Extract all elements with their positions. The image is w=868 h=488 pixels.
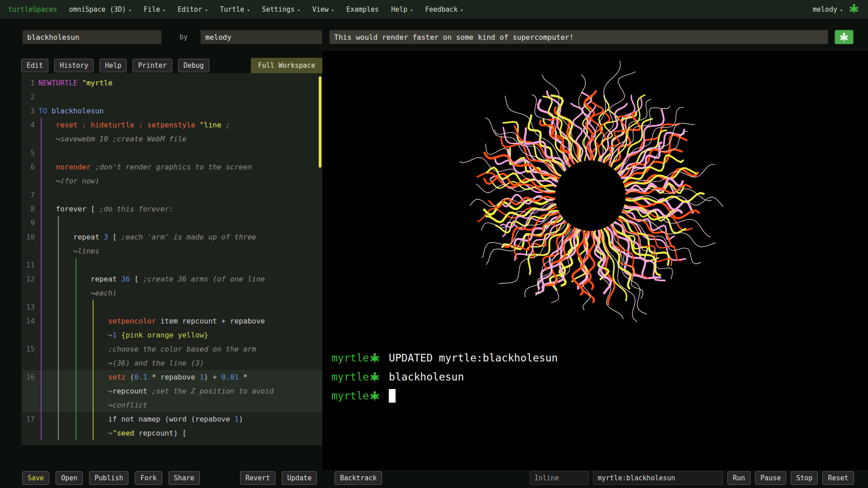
reset-button[interactable]: Reset bbox=[822, 471, 854, 485]
run-target-input[interactable] bbox=[593, 471, 723, 485]
publish-button[interactable]: Publish bbox=[89, 471, 128, 485]
code-line[interactable]: 14 setpencolor item repcount + repabove bbox=[22, 314, 322, 328]
code-line[interactable]: ↪each) bbox=[22, 286, 322, 300]
editor-scrollbar[interactable] bbox=[319, 76, 321, 168]
code-line[interactable]: 1NEWTURTLE "myrtle bbox=[22, 76, 322, 90]
menu-editor[interactable]: Editor▾ bbox=[178, 5, 208, 14]
code-text: norender ;don't render graphics to the s… bbox=[38, 160, 252, 174]
terminal-prompt: myrtle bbox=[331, 390, 369, 402]
terminal-line: myrtleblackholesun bbox=[331, 367, 558, 386]
code-text: repeat 3 [ ;each 'arm' is made up of thr… bbox=[38, 230, 256, 244]
graphics-canvas[interactable]: myrtleUPDATED myrtle:blackholesunmyrtleb… bbox=[322, 51, 868, 470]
share-button[interactable]: Share bbox=[169, 471, 200, 485]
tab-history[interactable]: History bbox=[54, 59, 94, 72]
code-line[interactable]: 4 reset : hideturtle : setpenstyle "line… bbox=[22, 118, 322, 132]
terminal[interactable]: myrtleUPDATED myrtle:blackholesunmyrtleb… bbox=[331, 348, 558, 405]
code-line[interactable]: 15 ;choose the color based on the arm bbox=[22, 342, 322, 356]
chevron-down-icon: ▾ bbox=[247, 8, 250, 13]
tab-debug[interactable]: Debug bbox=[178, 59, 209, 72]
terminal-message: UPDATED myrtle:blackholesun bbox=[389, 352, 558, 364]
by-label: by bbox=[179, 33, 188, 41]
tab-full-workspace[interactable]: Full Workspace bbox=[251, 58, 322, 73]
line-number: 16 bbox=[22, 370, 35, 384]
menu-settings[interactable]: Settings▾ bbox=[262, 5, 300, 14]
line-number bbox=[22, 244, 35, 258]
code-line[interactable]: 12 repeat 36 [ ;create 36 arms (of one l… bbox=[22, 272, 322, 286]
tab-printer[interactable]: Printer bbox=[132, 59, 172, 72]
menubar-right: melody▾ bbox=[813, 3, 860, 16]
code-line[interactable]: 13 bbox=[22, 300, 322, 314]
indent-guide bbox=[93, 300, 94, 440]
code-line[interactable]: 3TO blackholesun bbox=[22, 104, 322, 118]
code-line[interactable]: ↪savewebm 10 ;create WebM file bbox=[22, 132, 322, 146]
run-button[interactable]: Run bbox=[727, 471, 750, 485]
turtle-icon bbox=[369, 390, 381, 402]
run-control-group: RunPauseStopReset bbox=[530, 471, 854, 485]
code-line[interactable]: 10 repeat 3 [ ;each 'arm' is made up of … bbox=[22, 230, 322, 244]
line-number: 15 bbox=[22, 342, 35, 356]
code-editor[interactable]: 1NEWTURTLE "myrtle23TO blackholesun4 res… bbox=[21, 73, 322, 445]
project-name-input[interactable] bbox=[22, 30, 162, 44]
code-line[interactable]: ↪"seed repcount) [ bbox=[22, 426, 322, 440]
menu-examples[interactable]: Examples bbox=[346, 5, 379, 14]
code-line[interactable]: 7 bbox=[22, 188, 322, 202]
open-button[interactable]: Open bbox=[56, 471, 83, 485]
backtrack-group: Backtrack bbox=[335, 471, 382, 485]
code-text: ↪savewebm 10 ;create WebM file bbox=[38, 132, 187, 146]
indent-guide bbox=[75, 258, 76, 440]
user-menu[interactable]: melody▾ bbox=[813, 5, 843, 14]
code-line[interactable]: ↪(for now) bbox=[22, 174, 322, 188]
code-line[interactable]: ↪repcount ;set the Z position to avoid bbox=[22, 384, 322, 398]
menu-help[interactable]: Help▾ bbox=[391, 5, 413, 14]
line-number: 5 bbox=[22, 146, 35, 160]
line-number: 13 bbox=[22, 300, 35, 314]
code-text: ↪repcount ;set the Z position to avoid bbox=[38, 384, 274, 398]
code-line[interactable]: 2 bbox=[22, 90, 322, 104]
line-number: 17 bbox=[22, 412, 35, 426]
pause-button[interactable]: Pause bbox=[755, 471, 786, 485]
menu-file[interactable]: File▾ bbox=[144, 5, 165, 14]
revert-button[interactable]: Revert bbox=[240, 471, 275, 485]
code-line[interactable]: ↪1 {pink orange yellow} bbox=[22, 328, 322, 342]
line-number bbox=[22, 174, 35, 188]
turtle-icon-slot[interactable] bbox=[848, 3, 860, 16]
code-line[interactable]: 6 norender ;don't render graphics to the… bbox=[22, 160, 322, 174]
menu-turtle[interactable]: Turtle▾ bbox=[220, 5, 250, 14]
turtle-icon bbox=[369, 352, 381, 364]
code-line[interactable]: 8 forever [ ;do this forever: bbox=[22, 202, 322, 216]
code-text: setpencolor item repcount + repabove bbox=[38, 314, 265, 328]
code-line[interactable]: 16 setz (0.1 * repabove 1) + 0.01 * bbox=[22, 370, 322, 384]
code-line[interactable]: ↪conflict bbox=[22, 398, 322, 412]
line-number bbox=[22, 356, 35, 370]
render-button[interactable] bbox=[835, 30, 854, 44]
backtrack-button[interactable]: Backtrack bbox=[335, 471, 382, 485]
update-button[interactable]: Update bbox=[282, 471, 317, 485]
code-text: if not namep (word (repabove 1) bbox=[38, 412, 243, 426]
menu-view[interactable]: View▾ bbox=[312, 5, 334, 14]
status-message-input[interactable] bbox=[329, 30, 828, 44]
line-number: 9 bbox=[22, 216, 35, 230]
fork-button[interactable]: Fork bbox=[135, 471, 162, 485]
tab-edit[interactable]: Edit bbox=[21, 59, 48, 72]
code-line[interactable]: ↪(36) and the line (3) bbox=[22, 356, 322, 370]
code-line[interactable]: 5 bbox=[22, 146, 322, 160]
code-line[interactable]: 17 if not namep (word (repabove 1) bbox=[22, 412, 322, 426]
line-number: 2 bbox=[22, 90, 35, 104]
exec-buttons: RunPauseStopReset bbox=[727, 471, 854, 485]
code-line[interactable]: 11 bbox=[22, 258, 322, 272]
code-line[interactable]: ↪lines bbox=[22, 244, 322, 258]
tab-help[interactable]: Help bbox=[99, 59, 127, 72]
code-text: forever [ ;do this forever: bbox=[38, 202, 174, 216]
chevron-down-icon: ▾ bbox=[331, 8, 334, 13]
menu-omnispace-3d[interactable]: omniSpace (3D)▾ bbox=[69, 5, 131, 14]
save-button[interactable]: Save bbox=[22, 471, 49, 485]
line-number bbox=[22, 286, 35, 300]
stop-button[interactable]: Stop bbox=[791, 471, 818, 485]
author-input[interactable] bbox=[200, 30, 322, 44]
menu-feedback[interactable]: Feedback▾ bbox=[425, 5, 463, 14]
inline-mode-input[interactable] bbox=[530, 471, 589, 485]
line-number: 14 bbox=[22, 314, 35, 328]
terminal-prompt: myrtle bbox=[331, 371, 369, 383]
menu-label: View bbox=[312, 5, 329, 14]
code-line[interactable]: 9 bbox=[22, 216, 322, 230]
